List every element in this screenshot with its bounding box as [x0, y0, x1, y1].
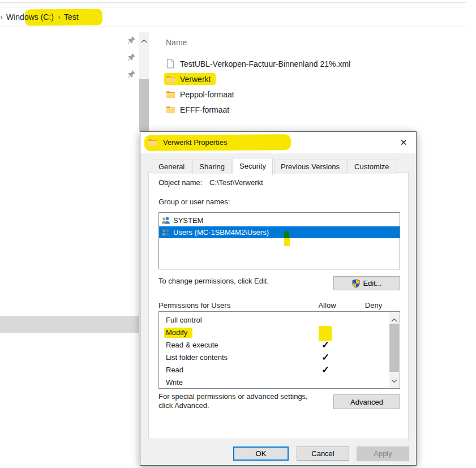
tab-sharing[interactable]: Sharing [192, 160, 231, 174]
group-name: SYSTEM [173, 216, 203, 225]
users-icon [161, 228, 170, 237]
tab-general[interactable]: General [152, 160, 191, 174]
permissions-list[interactable]: Full controlModifyRead & execute✓List fo… [158, 311, 400, 389]
allow-cell[interactable]: ✓ [300, 364, 351, 376]
cancel-button[interactable]: Cancel [297, 446, 349, 461]
close-icon[interactable]: ✕ [395, 135, 412, 151]
permission-name: List folder contents [159, 353, 300, 362]
permission-row[interactable]: Modify [159, 326, 389, 338]
file-row[interactable]: TestUBL-Verkopen-Factuur-Binnenland 21%.… [166, 56, 404, 71]
sidebar-scrollbar[interactable] [139, 32, 149, 131]
folder-icon [166, 74, 175, 84]
checkmark-icon: ✓ [321, 340, 329, 350]
uac-shield-icon [351, 279, 361, 288]
deny-column-header: Deny [359, 301, 388, 310]
quick-access-pins [127, 36, 136, 87]
file-row-inner: Peppol-formaat [164, 88, 239, 100]
advanced-button[interactable]: Advanced [333, 394, 400, 409]
dialog-title: Verwerkt Properties [163, 132, 227, 153]
folder-icon [166, 105, 175, 114]
annotation-yellow-mark [284, 238, 290, 246]
permission-row[interactable]: List folder contents✓ [159, 351, 389, 363]
group-row[interactable]: Users (MC-1SBM4M2\Users) [159, 226, 400, 238]
checkmark-icon: ✓ [321, 364, 329, 375]
advanced-hint-text: For special permissions or advanced sett… [158, 392, 334, 410]
file-row[interactable]: Verwerkt [166, 71, 404, 87]
group-row[interactable]: SYSTEM [159, 214, 400, 226]
permissions-rows: Full controlModifyRead & execute✓List fo… [159, 314, 389, 388]
users-icon [161, 216, 170, 225]
scroll-up-icon[interactable] [141, 35, 147, 45]
tab-customize[interactable]: Customize [348, 160, 396, 174]
edit-button-label: Edit... [363, 279, 381, 287]
ok-button[interactable]: OK [233, 446, 289, 461]
allow-column-header: Allow [313, 301, 341, 310]
group-name: Users (MC-1SBM4M2\Users) [173, 228, 269, 237]
sidebar-selected-row[interactable] [0, 316, 139, 333]
permissions-title: Permissions for Users [158, 301, 230, 310]
file-row-inner: EFFF-formaat [164, 104, 234, 115]
scrollbar-thumb[interactable] [389, 324, 399, 372]
scroll-up-icon[interactable] [391, 315, 397, 324]
address-bar[interactable]: › Windows (C:) › Test [0, 7, 467, 27]
breadcrumb: › Windows (C:) › Test [0, 7, 79, 27]
group-list[interactable]: SYSTEMUsers (MC-1SBM4M2\Users) [158, 212, 400, 269]
permission-name: Modify [159, 328, 300, 337]
file-row-inner: Verwerkt [164, 73, 216, 85]
edit-button[interactable]: Edit... [333, 276, 400, 290]
permission-name: Read & execute [159, 341, 300, 349]
file-name: Peppol-formaat [180, 90, 234, 99]
permission-row[interactable]: Write [159, 376, 389, 388]
group-names-label: Group or user names: [158, 197, 230, 206]
permission-row[interactable]: Full control [159, 314, 389, 326]
column-header-name[interactable]: Name [166, 38, 187, 47]
file-name: TestUBL-Verkopen-Factuur-Binnenland 21%.… [180, 59, 350, 68]
pin-icon[interactable] [127, 36, 136, 45]
permission-name: Full control [159, 316, 300, 324]
file-row-inner: TestUBL-Verkopen-Factuur-Binnenland 21%.… [164, 58, 355, 70]
file-name: EFFF-formaat [180, 105, 229, 114]
annotation-green-mark [284, 231, 289, 238]
file-row[interactable]: Peppol-formaat [166, 87, 404, 102]
file-row[interactable]: EFFF-formaat [166, 102, 404, 117]
tab-previous-versions[interactable]: Previous Versions [274, 160, 346, 174]
security-tab-page: Object name: C:\Test\Verwerkt Group or u… [148, 172, 409, 439]
object-name-value: C:\Test\Verwerkt [209, 178, 263, 187]
apply-button[interactable]: Apply [357, 446, 409, 461]
scroll-down-icon[interactable] [391, 376, 397, 385]
checkmark-icon: ✓ [321, 352, 329, 363]
permission-row[interactable]: Read✓ [159, 363, 389, 376]
tab-security[interactable]: Security [233, 158, 273, 175]
xml-file-icon [166, 59, 175, 68]
object-name-label: Object name: [158, 178, 209, 187]
folder-icon [148, 138, 157, 147]
dialog-titlebar[interactable]: Verwerkt Properties ✕ [140, 132, 416, 153]
properties-dialog: Verwerkt Properties ✕ GeneralSharingSecu… [140, 131, 417, 466]
file-list: TestUBL-Verkopen-Factuur-Binnenland 21%.… [166, 56, 404, 117]
pin-icon[interactable] [127, 70, 136, 79]
permission-name: Read [159, 366, 300, 374]
allow-cell[interactable]: ✓ [300, 351, 351, 363]
file-name: Verwerkt [180, 75, 211, 84]
permissions-scrollbar[interactable] [389, 312, 399, 388]
permission-row[interactable]: Read & execute✓ [159, 338, 389, 351]
breadcrumb-item-root[interactable]: Windows (C:) [6, 12, 54, 22]
chevron-right-icon: › [58, 12, 61, 22]
allow-cell[interactable]: ✓ [300, 339, 351, 351]
permission-name: Write [159, 378, 300, 387]
folder-icon [166, 89, 175, 99]
chevron-right-icon[interactable]: › [0, 12, 3, 22]
pin-icon[interactable] [127, 53, 136, 62]
tab-strip: GeneralSharingSecurityPrevious VersionsC… [152, 158, 396, 174]
scrollbar-thumb[interactable] [139, 79, 149, 131]
edit-hint-text: To change permissions, click Edit. [158, 277, 269, 285]
toolbar-divider [0, 2, 467, 3]
breadcrumb-item-current[interactable]: Test [64, 12, 79, 22]
